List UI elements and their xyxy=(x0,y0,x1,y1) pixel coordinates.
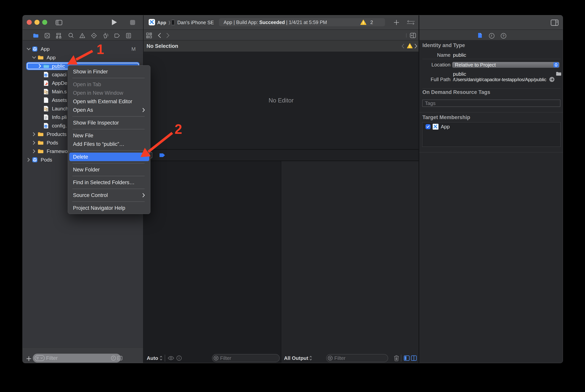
svg-text:1: 1 xyxy=(97,42,104,57)
svg-text:2: 2 xyxy=(175,122,182,137)
